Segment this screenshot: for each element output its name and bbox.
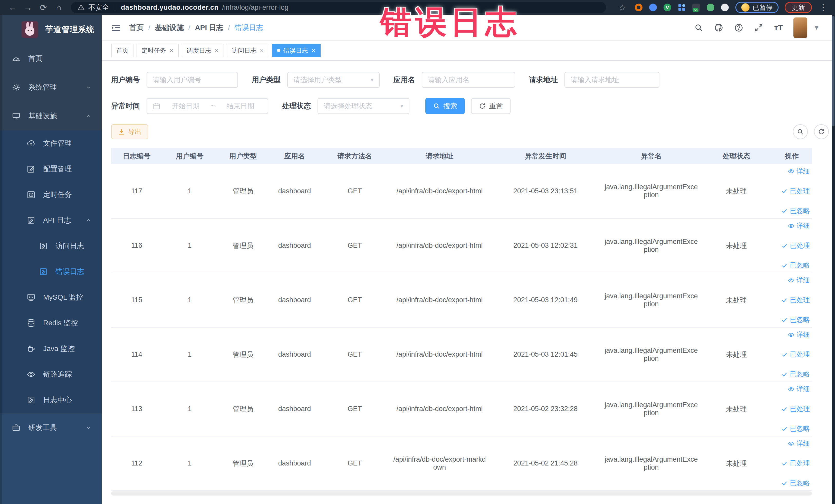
cell-status: 未处理 bbox=[701, 436, 772, 491]
tab-访问日志[interactable]: 访问日志× bbox=[227, 44, 269, 57]
breadcrumb-item-错误日志[interactable]: 错误日志 bbox=[235, 23, 263, 33]
avatar[interactable] bbox=[793, 18, 807, 38]
home-icon[interactable]: ⌂ bbox=[53, 2, 65, 13]
date-range-picker[interactable]: 开始日期 ~ 结束日期 bbox=[147, 98, 268, 114]
sidebar-item-Java 监控[interactable]: Java 监控 bbox=[0, 336, 102, 362]
sidebar-item-文件管理[interactable]: 文件管理 bbox=[0, 130, 102, 156]
action-已忽略-link[interactable]: 已忽略 bbox=[781, 315, 810, 324]
tab-错误日志[interactable]: 错误日志× bbox=[272, 44, 321, 57]
address-bar[interactable]: 不安全 dashboard.yudao.iocoder.cn/infra/log… bbox=[71, 2, 606, 13]
sidebar-item-Redis 监控[interactable]: Redis 监控 bbox=[0, 310, 102, 336]
action-已忽略-link[interactable]: 已忽略 bbox=[781, 370, 810, 379]
sidebar-item-链路追踪[interactable]: 链路追踪 bbox=[0, 362, 102, 387]
user-id-input[interactable] bbox=[153, 76, 232, 84]
user-type-select-input[interactable] bbox=[293, 76, 368, 84]
sidebar-item-MySQL 监控[interactable]: MySQL 监控 bbox=[0, 284, 102, 310]
filter-row-1: 用户编号 用户类型 ▾ 应用名 请求地址 bbox=[111, 72, 829, 88]
action-详细-link[interactable]: 详细 bbox=[788, 330, 810, 339]
process-status-select[interactable]: ▾ bbox=[318, 98, 409, 114]
toggle-search-button[interactable] bbox=[793, 124, 808, 139]
action-详细-link[interactable]: 详细 bbox=[788, 439, 810, 448]
gear-icon bbox=[12, 83, 21, 92]
github-icon[interactable] bbox=[714, 23, 724, 32]
action-已处理-link[interactable]: 已处理 bbox=[781, 241, 810, 250]
sidebar-collapse-icon[interactable] bbox=[111, 23, 121, 33]
cell-user_id: 1 bbox=[162, 327, 217, 382]
sprout-extension-icon[interactable] bbox=[706, 3, 715, 12]
target-extension-icon[interactable] bbox=[634, 3, 643, 12]
horizontal-scrollbar[interactable] bbox=[111, 491, 812, 496]
app-name-input[interactable] bbox=[428, 76, 509, 84]
action-已处理-link[interactable]: 已处理 bbox=[781, 404, 810, 414]
close-icon[interactable]: × bbox=[311, 47, 316, 54]
sidebar-item-错误日志[interactable]: 错误日志 bbox=[0, 259, 102, 284]
fullscreen-icon[interactable] bbox=[754, 23, 763, 32]
back-icon[interactable]: ← bbox=[7, 2, 19, 13]
log-icon bbox=[39, 267, 48, 276]
cell-id: 115 bbox=[111, 273, 162, 327]
filter-process-status: 处理状态 ▾ bbox=[282, 98, 409, 114]
v-extension-icon[interactable]: V bbox=[663, 3, 672, 12]
column-header-日志编号: 日志编号 bbox=[111, 148, 162, 164]
action-详细-link[interactable]: 详细 bbox=[788, 221, 810, 230]
tab-首页[interactable]: 首页 bbox=[111, 44, 134, 57]
grid-extension-icon[interactable] bbox=[677, 3, 686, 12]
user-id-label: 用户编号 bbox=[111, 75, 140, 85]
breadcrumb-item-首页: 首页 bbox=[129, 23, 144, 33]
refresh-table-button[interactable] bbox=[814, 124, 829, 139]
request-url-input[interactable] bbox=[571, 76, 653, 84]
cell-app_name: dashboard bbox=[269, 273, 320, 327]
sidebar-item-访问日志[interactable]: 访问日志 bbox=[0, 233, 102, 259]
shield-extension-icon[interactable] bbox=[649, 3, 657, 12]
puzzle-extension-icon[interactable] bbox=[720, 3, 729, 12]
cell-method: GET bbox=[320, 382, 389, 436]
chrome-update-button[interactable]: 更新 bbox=[785, 2, 812, 13]
sidebar-logo-row[interactable]: 芋道管理系统 bbox=[0, 15, 102, 44]
browser-menu-icon[interactable]: ⋮ bbox=[818, 3, 828, 12]
close-icon[interactable]: × bbox=[214, 47, 219, 54]
action-已处理-link[interactable]: 已处理 bbox=[781, 187, 810, 196]
tab-调度日志[interactable]: 调度日志× bbox=[182, 44, 224, 57]
sidebar-item-基础设施[interactable]: 基础设施 bbox=[0, 102, 102, 130]
action-详细-link[interactable]: 详细 bbox=[788, 276, 810, 285]
reload-icon[interactable]: ⟳ bbox=[38, 2, 49, 13]
export-button[interactable]: 导出 bbox=[111, 124, 148, 139]
search-button[interactable]: 搜索 bbox=[425, 98, 465, 114]
action-已忽略-link[interactable]: 已忽略 bbox=[781, 479, 810, 488]
action-已处理-link[interactable]: 已处理 bbox=[781, 350, 810, 359]
sidebar-item-日志中心[interactable]: 日志中心 bbox=[0, 387, 102, 413]
search-icon[interactable] bbox=[694, 23, 703, 32]
avatar-caret-icon[interactable]: ▼ bbox=[813, 24, 820, 31]
reset-button[interactable]: 重置 bbox=[471, 98, 511, 114]
action-已忽略-link[interactable]: 已忽略 bbox=[781, 261, 810, 270]
scrollbar-thumb[interactable] bbox=[832, 16, 834, 126]
sidebar-item-首页[interactable]: 首页 bbox=[0, 44, 102, 73]
filter-row-2: 异常时间 开始日期 ~ 结束日期 处理状态 ▾ bbox=[111, 98, 829, 114]
sidebar-item-研发工具[interactable]: 研发工具 bbox=[0, 414, 102, 442]
close-icon[interactable]: × bbox=[169, 47, 174, 54]
user-type-select[interactable]: ▾ bbox=[287, 72, 380, 88]
sidebar-item-API 日志[interactable]: API 日志 bbox=[0, 207, 102, 233]
action-详细-link[interactable]: 详细 bbox=[788, 167, 810, 176]
action-已忽略-link[interactable]: 已忽略 bbox=[781, 206, 810, 216]
tab-label: 错误日志 bbox=[283, 46, 308, 55]
sidebar-item-定时任务[interactable]: 定时任务 bbox=[0, 182, 102, 207]
action-已忽略-link[interactable]: 已忽略 bbox=[781, 424, 810, 433]
tab-定时任务[interactable]: 定时任务× bbox=[137, 44, 179, 57]
sidebar-item-配置管理[interactable]: 配置管理 bbox=[0, 156, 102, 182]
forward-icon[interactable]: → bbox=[22, 2, 34, 13]
sidebar-item-系统管理[interactable]: 系统管理 bbox=[0, 73, 102, 102]
action-详细-link[interactable]: 详细 bbox=[788, 385, 810, 394]
action-已处理-link[interactable]: 已处理 bbox=[781, 459, 810, 468]
process-status-select-input[interactable] bbox=[324, 102, 398, 110]
cell-status: 未处理 bbox=[701, 273, 772, 327]
check-icon bbox=[781, 425, 788, 432]
close-icon[interactable]: × bbox=[260, 47, 264, 54]
profile-paused-pill[interactable]: 已暂停 bbox=[735, 2, 778, 13]
onoff-extension-icon[interactable]: on bbox=[692, 3, 700, 12]
action-已处理-link[interactable]: 已处理 bbox=[781, 296, 810, 304]
font-size-icon[interactable]: ᴛT bbox=[774, 23, 782, 32]
vertical-scrollbar[interactable] bbox=[832, 15, 835, 504]
bookmark-star-icon[interactable]: ☆ bbox=[616, 2, 628, 13]
docs-help-icon[interactable] bbox=[734, 23, 744, 32]
